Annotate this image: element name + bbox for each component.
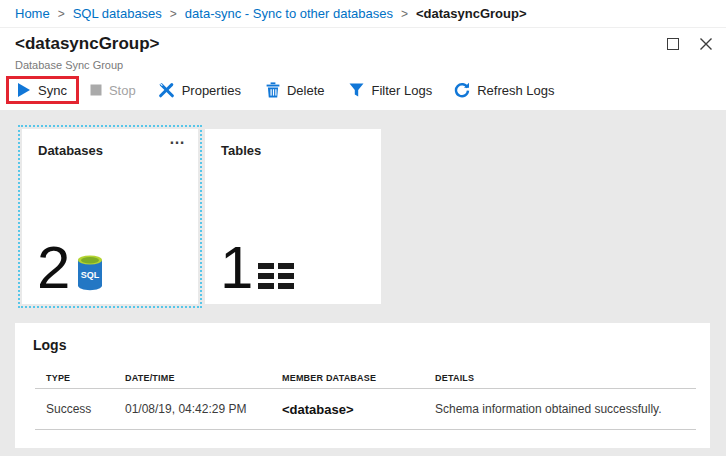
close-icon	[699, 37, 713, 51]
sync-button[interactable]: Sync	[17, 82, 67, 98]
databases-tile[interactable]: Databases … 2 SQL	[22, 129, 198, 304]
maximize-icon	[667, 38, 679, 50]
breadcrumb-data-sync[interactable]: data-sync - Sync to other databases	[185, 6, 393, 21]
breadcrumb-separator: >	[170, 7, 177, 21]
refresh-logs-button[interactable]: Refresh Logs	[454, 82, 554, 98]
command-toolbar: Sync Stop Properties	[0, 71, 726, 109]
play-icon	[17, 82, 31, 98]
breadcrumb-separator: >	[401, 7, 408, 21]
logs-col-datetime: DATE/TIME	[125, 373, 282, 383]
logs-card: Logs TYPE DATE/TIME MEMBER DATABASE DETA…	[15, 323, 710, 448]
svg-text:SQL: SQL	[81, 270, 100, 280]
delete-label: Delete	[287, 83, 325, 98]
sql-database-icon: SQL	[75, 254, 105, 292]
ellipsis-menu-icon[interactable]: …	[169, 131, 186, 147]
sync-highlight-box: Sync	[6, 76, 79, 104]
log-row: Success 01/08/19, 04:42:29 PM <database>…	[15, 389, 710, 429]
close-button[interactable]	[698, 36, 714, 52]
tables-count: 1	[220, 244, 251, 292]
tools-icon	[158, 82, 175, 99]
tiles-row: Databases … 2 SQL Tables 1	[22, 129, 381, 304]
log-row-divider	[35, 429, 696, 430]
log-datetime: 01/08/19, 04:42:29 PM	[125, 402, 282, 416]
sync-label: Sync	[38, 83, 67, 98]
logs-col-member-database: MEMBER DATABASE	[282, 373, 435, 383]
filter-icon	[349, 83, 364, 97]
stop-button[interactable]: Stop	[90, 83, 136, 98]
delete-button[interactable]: Delete	[266, 82, 325, 98]
maximize-button[interactable]	[665, 36, 681, 52]
logs-header-row: TYPE DATE/TIME MEMBER DATABASE DETAILS	[15, 367, 710, 388]
refresh-logs-label: Refresh Logs	[477, 83, 554, 98]
breadcrumb-sql-databases[interactable]: SQL databases	[73, 6, 162, 21]
refresh-icon	[454, 82, 470, 98]
breadcrumb-current-datasyncgroup: <datasyncGroup>	[416, 6, 527, 21]
databases-count: 2	[37, 244, 68, 292]
tables-grid-icon	[258, 263, 294, 290]
tables-tile-metric: 1	[220, 244, 294, 292]
tables-tile[interactable]: Tables 1	[205, 129, 381, 304]
log-type: Success	[46, 402, 125, 416]
log-details: Schema information obtained successfully…	[435, 402, 710, 416]
window-controls	[665, 36, 714, 52]
databases-tile-metric: 2 SQL	[37, 244, 105, 292]
blade-header: <datasyncGroup> Database Sync Group	[0, 28, 726, 71]
stop-icon	[90, 84, 102, 96]
properties-button[interactable]: Properties	[158, 82, 241, 99]
breadcrumb-separator: >	[58, 7, 65, 21]
databases-tile-title: Databases	[38, 143, 103, 158]
log-member-database: <database>	[282, 402, 435, 417]
trash-icon	[266, 82, 280, 98]
breadcrumb: Home > SQL databases > data-sync - Sync …	[0, 0, 726, 28]
page-subtitle: Database Sync Group	[15, 59, 726, 71]
logs-col-details: DETAILS	[435, 373, 710, 383]
database-sync-group-blade: Home > SQL databases > data-sync - Sync …	[0, 0, 726, 456]
filter-logs-button[interactable]: Filter Logs	[349, 83, 432, 98]
breadcrumb-home[interactable]: Home	[15, 6, 50, 21]
stop-label: Stop	[109, 83, 136, 98]
logs-title: Logs	[15, 323, 710, 353]
top-panel: Home > SQL databases > data-sync - Sync …	[0, 0, 726, 110]
logs-col-type: TYPE	[46, 373, 125, 383]
tables-tile-title: Tables	[221, 143, 261, 158]
page-title: <datasyncGroup>	[15, 34, 726, 54]
properties-label: Properties	[182, 83, 241, 98]
filter-logs-label: Filter Logs	[371, 83, 432, 98]
